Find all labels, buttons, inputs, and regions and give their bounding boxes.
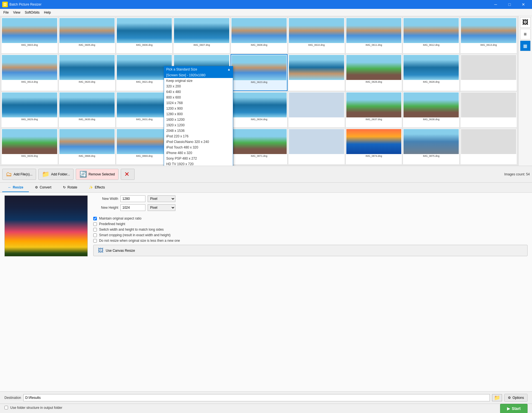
dropdown-item[interactable]: 1920 x 1200 xyxy=(164,122,233,128)
gear-icon: ⚙ xyxy=(508,396,511,400)
tab-effects[interactable]: ✨ Effects xyxy=(83,183,110,192)
image-item[interactable]: IMG_0610.dng xyxy=(288,17,345,54)
main-container: IMG_0603.dng IMG_0605.dng IMG_0606.dng I… xyxy=(0,16,532,413)
add-files-button[interactable]: 🗂 Add File(s)... xyxy=(2,169,36,180)
image-item[interactable]: IMG_0639.dng xyxy=(1,128,58,165)
image-item[interactable] xyxy=(460,54,517,91)
switch-sides-row: Switch width and height to match long si… xyxy=(93,228,528,231)
image-item[interactable]: IMG_0875.dng xyxy=(403,128,460,165)
image-item[interactable]: IMG_0623.dng xyxy=(231,54,288,91)
dropdown-item[interactable]: iPod Touch 480 x 320 xyxy=(164,145,233,150)
effects-tab-icon: ✨ xyxy=(89,185,93,189)
clear-button[interactable]: ✕ xyxy=(121,169,135,180)
new-height-input[interactable] xyxy=(120,204,145,211)
maintain-aspect-checkbox[interactable] xyxy=(93,217,97,220)
dropdown-item[interactable]: iPod Classic/Nano 320 x 240 xyxy=(164,139,233,145)
image-item[interactable]: IMG_0605.dng xyxy=(59,17,115,54)
image-item[interactable]: IMG_0628.dng xyxy=(403,54,460,91)
folder-structure-label: Use folder structure in output folder xyxy=(10,406,62,410)
image-item[interactable]: IMG_0630.dng xyxy=(59,92,115,128)
image-item[interactable]: IMG_0629.dng xyxy=(1,92,58,128)
thumbnail-view-btn[interactable]: 🖼 xyxy=(520,17,531,28)
menu-softorbits[interactable]: SoftOrbits xyxy=(22,10,42,15)
menu-view[interactable]: View xyxy=(11,10,22,15)
image-item[interactable] xyxy=(460,92,517,128)
start-button[interactable]: ▶ Start xyxy=(500,404,528,413)
canvas-resize-button[interactable]: 🖼 Use Canvas Resize xyxy=(93,245,528,256)
preview-panel xyxy=(4,195,88,389)
dropdown-item[interactable]: Keep original size xyxy=(164,78,233,84)
predefined-height-checkbox[interactable] xyxy=(93,222,97,226)
new-width-input[interactable] xyxy=(120,195,145,202)
dropdown-item[interactable]: HD TV 1920 x 720 xyxy=(164,161,233,166)
maintain-aspect-label: Maintain original aspect ratio xyxy=(99,216,142,220)
dropdown-list[interactable]: [Screen Size] - 1920x1080 Keep original … xyxy=(164,72,233,166)
image-item[interactable]: IMG_0638.dng xyxy=(403,92,460,128)
options-button[interactable]: ⚙ Options xyxy=(504,394,528,402)
image-item[interactable]: IMG_0613.dng xyxy=(460,17,517,54)
destination-input[interactable] xyxy=(23,394,490,401)
remove-selected-button[interactable]: 🔄 Remove Selected xyxy=(76,169,118,180)
bottom-bar: Use folder structure in output folder ▶ … xyxy=(0,404,532,413)
tab-rotate[interactable]: ↻ Rotate xyxy=(57,183,83,192)
height-unit-select[interactable]: Pixel % cm inch xyxy=(148,204,175,211)
image-item[interactable]: IMG_0637.dng xyxy=(346,92,402,128)
add-folder-button[interactable]: 📁 Add Folder... xyxy=(38,169,74,180)
image-item[interactable] xyxy=(288,92,345,128)
dropdown-item[interactable]: 1200 x 900 xyxy=(164,106,233,111)
image-item[interactable]: IMG_0603.dng xyxy=(1,17,58,54)
dropdown-item[interactable]: 1024 x 768 xyxy=(164,100,233,106)
dropdown-item[interactable]: Sony PSP 480 x 272 xyxy=(164,156,233,161)
grid-view-btn[interactable]: ▦ xyxy=(520,41,531,51)
image-item[interactable] xyxy=(460,128,517,165)
list-view-btn[interactable]: ≡ xyxy=(520,29,531,39)
close-button[interactable]: ✕ xyxy=(517,0,530,9)
no-resize-checkbox[interactable] xyxy=(93,239,97,243)
dropdown-item[interactable]: [Screen Size] - 1920x1080 xyxy=(164,72,233,78)
folder-structure-row: Use folder structure in output folder xyxy=(4,406,62,410)
image-item[interactable]: IMG_0614.dng xyxy=(1,54,58,91)
image-item[interactable] xyxy=(288,54,345,91)
settings-panel: New Width Pixel % cm inch New Height Pix… xyxy=(93,195,528,389)
menu-file[interactable]: File xyxy=(1,10,11,15)
image-item[interactable]: IMG_0611.dng xyxy=(346,17,402,54)
new-width-row: New Width Pixel % cm inch xyxy=(93,195,528,202)
menu-help[interactable]: Help xyxy=(42,10,53,15)
folder-structure-checkbox[interactable] xyxy=(4,406,8,409)
browse-folder-button[interactable]: 📁 xyxy=(492,394,502,401)
image-item[interactable]: IMG_0608.dng xyxy=(231,17,288,54)
dropdown-item[interactable]: iPhone 480 x 320 xyxy=(164,150,233,156)
dropdown-item[interactable]: iPod 220 x 176 xyxy=(164,134,233,139)
image-item[interactable]: IMG_0612.dng xyxy=(403,17,460,54)
preview-image xyxy=(4,195,88,256)
image-grid-area: IMG_0603.dng IMG_0605.dng IMG_0606.dng I… xyxy=(0,16,532,166)
dropdown-item[interactable]: 320 x 200 xyxy=(164,84,233,89)
image-item[interactable]: IMG_0620.dng xyxy=(59,54,115,91)
window-controls: ─ □ ✕ xyxy=(489,0,530,9)
width-unit-select[interactable]: Pixel % cm inch xyxy=(148,195,175,202)
dropdown-item[interactable]: 800 x 600 xyxy=(164,95,233,100)
image-item[interactable]: IMG_0871.dng xyxy=(231,128,288,165)
tab-convert[interactable]: ⚙ Convert xyxy=(29,183,57,192)
dropdown-item[interactable]: 2048 x 1536 xyxy=(164,128,233,134)
image-item[interactable]: IMG_0874.dng xyxy=(346,128,402,165)
image-item[interactable]: IMG_0606.dng xyxy=(116,17,173,54)
image-grid[interactable]: IMG_0603.dng IMG_0605.dng IMG_0606.dng I… xyxy=(0,16,518,166)
add-folder-label: Add Folder... xyxy=(51,172,70,176)
image-item[interactable] xyxy=(288,128,345,165)
dropdown-item[interactable]: 1600 x 1200 xyxy=(164,117,233,122)
image-item[interactable]: IMG_0634.dng xyxy=(231,92,288,128)
image-item[interactable]: IMG_0607.dng xyxy=(173,17,230,54)
smart-crop-checkbox[interactable] xyxy=(93,233,97,237)
maximize-button[interactable]: □ xyxy=(503,0,516,9)
image-item[interactable]: IMG_0868.dng xyxy=(59,128,115,165)
dropdown-item[interactable]: 1280 x 800 xyxy=(164,111,233,117)
clear-icon: ✕ xyxy=(124,171,129,178)
rotate-tab-label: Rotate xyxy=(67,185,77,189)
minimize-button[interactable]: ─ xyxy=(489,0,502,9)
dropdown-item[interactable]: 640 x 480 xyxy=(164,89,233,95)
image-item[interactable]: IMG_0626.dng xyxy=(346,54,402,91)
standard-size-dropdown[interactable]: Pick a Standard Size ▲ [Screen Size] - 1… xyxy=(164,66,233,166)
switch-sides-checkbox[interactable] xyxy=(93,228,97,231)
tab-resize[interactable]: ↔ Resize xyxy=(2,183,29,192)
